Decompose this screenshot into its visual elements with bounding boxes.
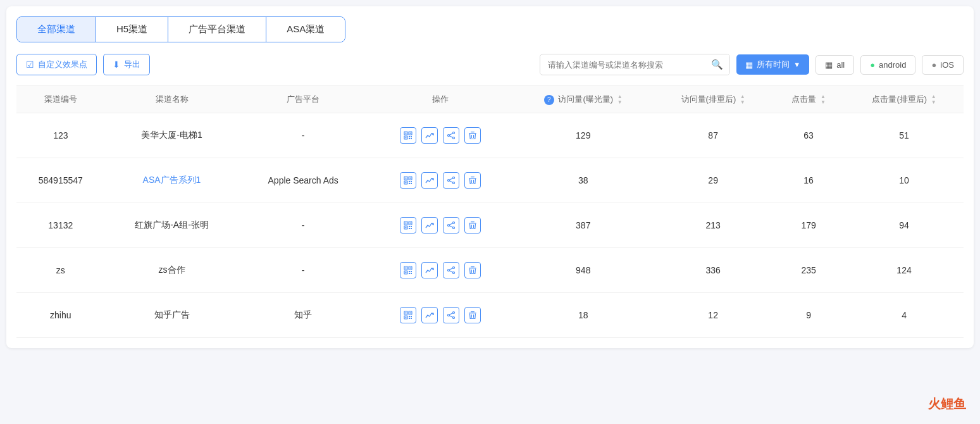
cell-clicks: 16 — [772, 158, 845, 203]
cell-pv_dedup: 29 — [654, 158, 772, 203]
delete-button[interactable] — [464, 307, 481, 323]
svg-point-48 — [452, 222, 454, 224]
qr-code-button[interactable] — [400, 127, 416, 144]
cell-id: 13132 — [16, 203, 105, 248]
tab-ad-platform[interactable]: 广告平台渠道 — [168, 17, 266, 42]
cell-clicks_dedup: 10 — [845, 158, 964, 203]
svg-line-14 — [449, 136, 452, 138]
help-icon: ? — [544, 95, 554, 105]
qr-code-button[interactable] — [400, 307, 416, 323]
cell-pv_raw: 18 — [512, 293, 654, 338]
svg-rect-26 — [411, 181, 412, 182]
channel-name-link[interactable]: ASA广告系列1 — [143, 175, 201, 185]
cell-id: 584915547 — [16, 158, 105, 203]
svg-rect-85 — [411, 318, 412, 319]
cell-pv_dedup: 213 — [654, 203, 772, 248]
svg-rect-6 — [409, 136, 410, 137]
cell-pv_raw: 129 — [512, 113, 654, 158]
filter-ios-button[interactable]: ● iOS — [922, 55, 964, 75]
qr-code-button[interactable] — [400, 262, 416, 278]
action-icons — [374, 127, 506, 144]
cell-platform: - — [239, 203, 367, 248]
custom-effect-label: 自定义效果点 — [38, 59, 87, 70]
svg-rect-72 — [469, 268, 476, 268]
svg-rect-45 — [411, 226, 412, 227]
cell-name: 知乎广告 — [105, 293, 239, 338]
cell-clicks_dedup: 51 — [845, 113, 964, 158]
filter-all-button[interactable]: ▦ all — [816, 55, 854, 75]
sort-icon-pv-dedup: ▲▼ — [740, 94, 745, 106]
svg-point-88 — [452, 317, 454, 319]
delete-button[interactable] — [464, 217, 481, 234]
custom-effect-button[interactable]: ☑ 自定义效果点 — [16, 54, 97, 75]
share-button[interactable] — [443, 307, 459, 323]
cell-pv_raw: 38 — [512, 158, 654, 203]
svg-rect-61 — [409, 268, 411, 269]
filter-all-label: all — [836, 60, 845, 70]
chart-button[interactable] — [421, 172, 438, 189]
svg-rect-23 — [409, 178, 411, 179]
svg-rect-66 — [411, 273, 412, 274]
share-button[interactable] — [443, 172, 459, 189]
svg-rect-83 — [411, 316, 412, 317]
tab-bar: 全部渠道 H5渠道 广告平台渠道 ASA渠道 — [16, 16, 345, 42]
share-button[interactable] — [443, 127, 459, 144]
search-input[interactable] — [540, 56, 705, 74]
qr-code-button[interactable] — [400, 172, 416, 189]
col-header-pv-dedup[interactable]: 访问量(排重后) ▲▼ — [654, 86, 772, 113]
svg-rect-41 — [405, 223, 406, 224]
col-header-platform: 广告平台 — [239, 86, 367, 113]
svg-line-90 — [449, 316, 452, 318]
data-table: 渠道编号 渠道名称 广告平台 操作 ? 访问量(曝光量) ▲▼ 访问量(排重后)… — [16, 85, 964, 338]
svg-point-12 — [452, 137, 454, 139]
search-button[interactable]: 🔍 — [705, 54, 729, 75]
time-filter-button[interactable]: ▦ 所有时间 ▼ — [736, 54, 809, 75]
svg-rect-24 — [405, 182, 406, 184]
chart-button[interactable] — [421, 307, 438, 323]
action-icons — [374, 217, 506, 234]
tab-h5[interactable]: H5渠道 — [96, 17, 168, 42]
share-button[interactable] — [443, 217, 459, 234]
col-header-clicks-dedup[interactable]: 点击量(排重后) ▲▼ — [845, 86, 964, 113]
cell-name: zs合作 — [105, 248, 239, 293]
svg-rect-64 — [411, 271, 412, 272]
svg-rect-25 — [409, 181, 410, 182]
tab-all[interactable]: 全部渠道 — [17, 17, 96, 42]
delete-button[interactable] — [464, 127, 481, 144]
col-header-clicks[interactable]: 点击量 ▲▼ — [772, 86, 845, 113]
cell-name[interactable]: ASA广告系列1 — [105, 158, 239, 203]
svg-rect-5 — [405, 137, 406, 139]
cell-pv_raw: 948 — [512, 248, 654, 293]
svg-rect-28 — [411, 183, 412, 184]
svg-rect-79 — [405, 313, 406, 314]
cell-id: zhihu — [16, 293, 105, 338]
svg-point-87 — [447, 315, 449, 316]
svg-line-52 — [449, 226, 452, 228]
tab-asa[interactable]: ASA渠道 — [266, 17, 345, 42]
svg-rect-65 — [409, 273, 410, 274]
col-header-pv-raw[interactable]: ? 访问量(曝光量) ▲▼ — [512, 86, 654, 113]
share-button[interactable] — [443, 262, 459, 278]
filter-android-button[interactable]: ● android — [860, 55, 915, 75]
svg-rect-53 — [469, 223, 476, 223]
chart-button[interactable] — [421, 127, 438, 144]
svg-line-51 — [449, 223, 452, 225]
delete-button[interactable] — [464, 262, 481, 278]
svg-line-33 — [449, 181, 452, 183]
cell-id: 123 — [16, 113, 105, 158]
action-icons — [374, 172, 506, 189]
cell-clicks_dedup: 124 — [845, 248, 964, 293]
chart-button[interactable] — [421, 217, 438, 234]
svg-rect-73 — [471, 266, 474, 267]
cell-clicks_dedup: 94 — [845, 203, 964, 248]
delete-button[interactable] — [464, 172, 481, 189]
export-button[interactable]: ⬇ 导出 — [103, 54, 150, 75]
export-icon: ⬇ — [113, 59, 120, 70]
ios-icon: ● — [931, 60, 936, 70]
svg-rect-3 — [405, 133, 406, 134]
svg-rect-84 — [409, 318, 410, 319]
chart-button[interactable] — [421, 262, 438, 278]
table-row: zhihu知乎广告知乎 — [16, 293, 964, 338]
cell-platform: - — [239, 113, 367, 158]
qr-code-button[interactable] — [400, 217, 416, 234]
